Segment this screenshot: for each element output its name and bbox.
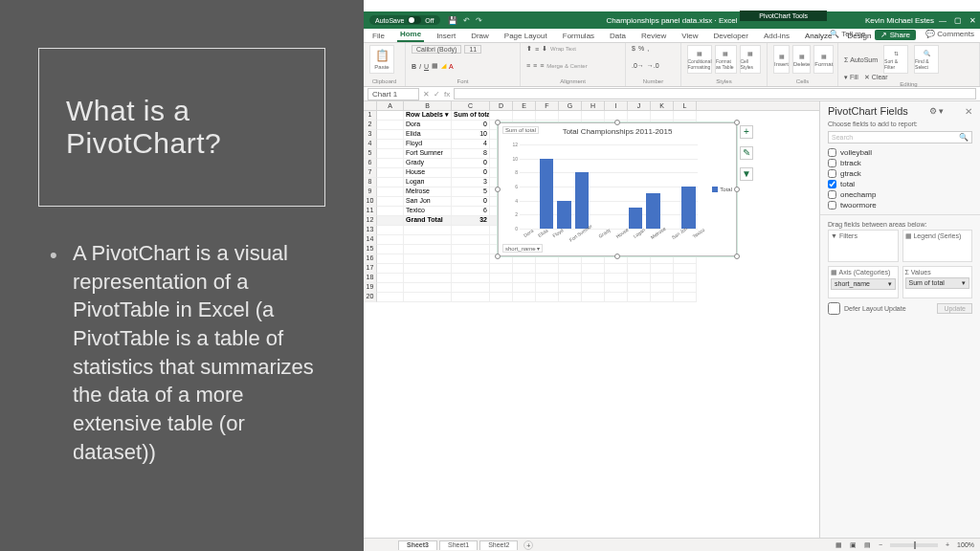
formula-bar: Chart 1 ✕✓fx bbox=[364, 87, 980, 101]
inc-decimal-icon[interactable]: .0→ bbox=[632, 62, 644, 69]
fill-color-icon[interactable]: ◢ bbox=[441, 62, 446, 70]
percent-icon[interactable]: % bbox=[638, 45, 644, 52]
quick-access[interactable]: 💾↶↷ bbox=[448, 16, 482, 25]
new-sheet-icon[interactable]: + bbox=[523, 540, 533, 550]
chart-axis-button[interactable]: short_name ▾ bbox=[502, 244, 543, 253]
gear-icon[interactable]: ⚙ ▾ bbox=[929, 106, 945, 116]
zoom-slider[interactable] bbox=[890, 543, 938, 547]
currency-icon[interactable]: $ bbox=[632, 45, 635, 52]
font-color-icon[interactable]: A bbox=[449, 63, 454, 70]
field-twoormore[interactable]: twoormore bbox=[828, 200, 972, 210]
align-mid-icon[interactable]: ≡ bbox=[535, 46, 539, 53]
chart-title: Total Championships 2011-2015 bbox=[499, 127, 736, 136]
formula-input[interactable] bbox=[454, 88, 976, 99]
worksheet[interactable]: A B C D E F G H I J K L 1Row Labels ▾Sum… bbox=[364, 101, 819, 538]
find-select-button[interactable]: 🔍Find & Select bbox=[914, 45, 939, 74]
autosum-button[interactable]: Σ AutoSum bbox=[844, 56, 878, 63]
area-axis[interactable]: ▦ Axis (Categories)short_name▾ bbox=[828, 266, 899, 298]
fields-search[interactable]: Search🔍 bbox=[828, 131, 972, 143]
field-onechamp[interactable]: onechamp bbox=[828, 189, 972, 200]
pivotchart-fields-pane: PivotChart Fields⚙ ▾✕ Choose fields to a… bbox=[819, 101, 980, 538]
titlebar: AutoSaveOff 💾↶↷ Championships panel data… bbox=[364, 11, 980, 29]
contextual-tool-label: PivotChart Tools bbox=[740, 12, 827, 19]
enter-icon[interactable]: ✓ bbox=[434, 90, 440, 99]
align-top-icon[interactable]: ⬆ bbox=[526, 45, 532, 53]
align-right-icon[interactable]: ≡ bbox=[540, 62, 544, 69]
tab-file[interactable]: File bbox=[369, 30, 388, 42]
tell-me[interactable]: 🔍 Tell me bbox=[830, 30, 865, 40]
close-pane-icon[interactable]: ✕ bbox=[965, 106, 972, 117]
underline-button[interactable]: U bbox=[424, 63, 429, 70]
pivot-chart[interactable]: + ✎ ▼ Sum of total Total Championships 2… bbox=[498, 122, 737, 256]
font-size[interactable]: 11 bbox=[464, 45, 481, 54]
chart-plot-area: 024681012DoraElidaFloydFort SumnerGradyH… bbox=[520, 144, 698, 229]
tab-developer[interactable]: Developer bbox=[710, 30, 750, 42]
field-total[interactable]: total bbox=[828, 179, 972, 189]
cancel-icon[interactable]: ✕ bbox=[423, 90, 430, 99]
tab-draw[interactable]: Draw bbox=[468, 30, 492, 42]
area-legend[interactable]: ▦ Legend (Series) bbox=[902, 230, 973, 262]
chart-styles-icon[interactable]: ✎ bbox=[740, 146, 753, 160]
fill-button[interactable]: ▾ Fill bbox=[844, 74, 858, 81]
field-gtrack[interactable]: gtrack bbox=[828, 168, 972, 179]
area-filters[interactable]: ▼ Filters bbox=[828, 230, 899, 262]
field-btrack[interactable]: btrack bbox=[828, 158, 972, 168]
update-button[interactable]: Update bbox=[937, 303, 972, 314]
sheet-tab[interactable]: Sheet3 bbox=[398, 540, 437, 550]
user-name[interactable]: Kevin Michael Estes bbox=[865, 16, 934, 25]
border-icon[interactable]: ▦ bbox=[432, 62, 438, 70]
comments-button[interactable]: 💬 Comments bbox=[925, 30, 974, 40]
tab-view[interactable]: View bbox=[679, 30, 701, 42]
title-box: What is a PivotChart? bbox=[38, 48, 325, 207]
tab-review[interactable]: Review bbox=[638, 30, 669, 42]
italic-button[interactable]: I bbox=[419, 63, 421, 70]
cell-styles-button[interactable]: ▦Cell Styles bbox=[740, 45, 762, 74]
comma-icon[interactable]: , bbox=[647, 45, 649, 52]
insert-cells-button[interactable]: ▦Insert bbox=[773, 45, 790, 74]
dec-decimal-icon[interactable]: →.0 bbox=[647, 62, 659, 69]
clear-button[interactable]: ✕ Clear bbox=[864, 74, 888, 81]
font-name[interactable]: Calibri (Body) bbox=[412, 45, 461, 54]
view-normal-icon[interactable]: ▦ bbox=[835, 541, 842, 549]
ribbon-tabs: File Home Insert Draw Page Layout Formul… bbox=[364, 29, 980, 43]
window-controls[interactable]: —▢✕ bbox=[939, 16, 976, 25]
view-break-icon[interactable]: ▤ bbox=[864, 541, 871, 549]
zoom-value[interactable]: 100% bbox=[957, 541, 974, 548]
chart-elements-icon[interactable]: + bbox=[740, 125, 753, 139]
align-left-icon[interactable]: ≡ bbox=[526, 62, 530, 69]
tab-insert[interactable]: Insert bbox=[434, 30, 458, 42]
zoom-out-icon[interactable]: − bbox=[879, 541, 882, 548]
tab-formulas[interactable]: Formulas bbox=[560, 30, 597, 42]
tab-addins[interactable]: Add-ins bbox=[761, 30, 792, 42]
redo-icon: ↷ bbox=[476, 16, 482, 25]
autosave-toggle[interactable]: AutoSaveOff bbox=[369, 15, 440, 25]
tab-data[interactable]: Data bbox=[607, 30, 629, 42]
maximize-icon: ▢ bbox=[954, 16, 962, 25]
bold-button[interactable]: B bbox=[412, 63, 416, 70]
wrap-text[interactable]: Wrap Text bbox=[550, 46, 576, 52]
share-button[interactable]: ↗ Share bbox=[875, 30, 916, 40]
fx-icon[interactable]: fx bbox=[444, 90, 450, 99]
format-table-button[interactable]: ▦Format as Table bbox=[715, 45, 737, 74]
cond-format-button[interactable]: ▦Conditional Formatting bbox=[687, 45, 712, 74]
merge-center[interactable]: Merge & Center bbox=[546, 63, 587, 69]
area-values[interactable]: Σ ValuesSum of total▾ bbox=[902, 266, 973, 298]
align-center-icon[interactable]: ≡ bbox=[533, 62, 537, 69]
defer-checkbox[interactable] bbox=[828, 302, 840, 315]
chart-filter-icon[interactable]: ▼ bbox=[740, 167, 753, 181]
sort-filter-button[interactable]: ⇅Sort & Filter bbox=[883, 45, 908, 74]
sheet-tab[interactable]: Sheet2 bbox=[479, 540, 518, 550]
name-box[interactable]: Chart 1 bbox=[368, 88, 419, 100]
search-icon: 🔍 bbox=[959, 133, 969, 142]
view-page-icon[interactable]: ▣ bbox=[850, 541, 857, 549]
sheet-tab[interactable]: Sheet1 bbox=[439, 540, 478, 550]
align-bot-icon[interactable]: ⬇ bbox=[542, 45, 547, 53]
paste-button[interactable]: 📋Paste bbox=[369, 45, 394, 74]
tab-home[interactable]: Home bbox=[397, 28, 424, 42]
delete-cells-button[interactable]: ▦Delete bbox=[792, 45, 811, 74]
document-title: Championships panel data.xlsx · Excel bbox=[607, 16, 738, 25]
tab-pagelayout[interactable]: Page Layout bbox=[501, 30, 550, 42]
field-volleyball[interactable]: volleyball bbox=[828, 147, 972, 158]
zoom-in-icon[interactable]: + bbox=[946, 541, 949, 548]
format-cells-button[interactable]: ▦Format bbox=[813, 45, 834, 74]
